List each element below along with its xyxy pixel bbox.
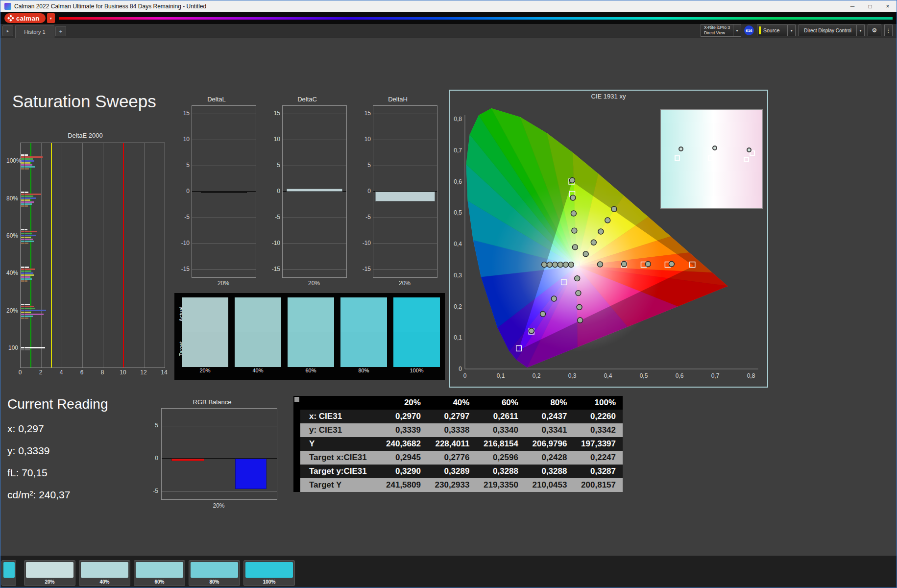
maximize-button[interactable]: □ — [861, 0, 879, 12]
deltae-x-tick: 0 — [14, 369, 26, 376]
measured-point — [645, 261, 651, 267]
bar — [24, 306, 34, 307]
patch-chip — [21, 205, 24, 207]
patch-chip — [21, 239, 24, 240]
gridline — [41, 143, 42, 368]
target-color — [235, 332, 281, 367]
thumbnail-20%[interactable]: 20% — [24, 560, 75, 586]
blue-bar — [235, 459, 267, 489]
measured-point — [570, 177, 575, 183]
deltae-bar — [21, 243, 165, 245]
reference-line — [51, 143, 52, 368]
thumbnail-80%[interactable]: 80% — [189, 560, 240, 586]
gridline — [192, 114, 256, 114]
gridline — [373, 244, 437, 244]
patch-chip — [21, 274, 24, 276]
gridline — [192, 218, 256, 218]
y-tick: -5 — [177, 214, 190, 220]
measured-point — [583, 251, 588, 257]
cell-value: 0,2437 — [525, 410, 574, 423]
table-gutter — [293, 396, 300, 492]
y-tick: 10 — [177, 136, 190, 143]
column-header: 80% — [525, 396, 574, 410]
cell-value: 0,2428 — [525, 451, 574, 465]
thumbnail-60%[interactable]: 60% — [134, 560, 185, 586]
thumb-swatch — [136, 562, 183, 578]
bar — [24, 269, 35, 270]
patch-chip — [21, 316, 24, 317]
measurement-table: 20%40%60%80%100%x: CIE310,29700,27970,26… — [293, 396, 623, 492]
patch-chip — [21, 166, 24, 168]
thumb-label: 100% — [244, 579, 294, 585]
source-dropdown[interactable]: Source ▾ — [757, 24, 796, 36]
bar — [24, 276, 30, 278]
measured-point — [551, 296, 557, 301]
add-tab-button[interactable]: + — [55, 26, 66, 36]
minimize-button[interactable]: ─ — [844, 0, 861, 12]
gridline — [373, 140, 437, 140]
cell-value: 241,5809 — [379, 478, 428, 492]
patch-chip — [21, 276, 24, 278]
tab-history-1[interactable]: History 1 — [15, 25, 54, 38]
bar — [24, 310, 46, 311]
measured-point — [576, 291, 581, 296]
chevron-down-icon[interactable]: ▾ — [787, 25, 795, 36]
close-button[interactable]: × — [879, 0, 897, 12]
y-tick: -15 — [177, 266, 190, 272]
measured-point — [529, 328, 534, 334]
status-badge: 616 — [744, 25, 754, 35]
gridline — [192, 140, 256, 140]
reading-line: fL: 70,15 — [7, 467, 145, 479]
display-control-dropdown[interactable]: Direct Display Control ▾ — [799, 24, 865, 36]
panel-toggle-button[interactable]: ▸ — [2, 25, 13, 36]
cie-1931-chart: 00,10,20,30,40,50,60,70,800,10,20,30,40,… — [449, 90, 768, 388]
cell-value: 0,3289 — [428, 465, 477, 478]
deltae-row-label: 20% — [6, 307, 18, 314]
app-window: Calman 2022 Calman Ultimate for Business… — [0, 0, 897, 588]
bar — [24, 231, 37, 232]
thumbnail-100%[interactable]: 100% — [243, 560, 295, 586]
bar — [24, 318, 28, 319]
table-row: Target x:CIE310,29450,27760,25960,24280,… — [300, 451, 623, 465]
current-reading: Current Reading x: 0,297y: 0,3339fL: 70,… — [7, 396, 145, 511]
deltae-2000-chart: DeltaE 2000 100%80%60%40%20%100024681012… — [6, 132, 164, 382]
y-tick: -15 — [358, 266, 371, 272]
y-tick: -5 — [358, 214, 371, 220]
chart-title: DeltaL — [177, 96, 256, 103]
inset-target-point — [744, 157, 749, 162]
column-header: 40% — [428, 396, 477, 410]
measured-point — [577, 304, 582, 310]
thumb-label: 40% — [79, 579, 130, 585]
gridline — [103, 143, 103, 368]
swatch-label: 80% — [340, 368, 387, 373]
more-options-button[interactable]: ⋮ — [884, 24, 893, 36]
row-label: Target x:CIE31 — [300, 451, 379, 465]
chart-title: DeltaE 2000 — [6, 132, 164, 139]
chart-title: CIE 1931 xy — [450, 93, 767, 100]
bar — [24, 312, 31, 313]
thumbnail-40%[interactable]: 40% — [79, 560, 130, 586]
svg-text:0,6: 0,6 — [676, 372, 684, 379]
column-header: 100% — [574, 396, 623, 410]
chevron-down-icon[interactable]: ▾ — [856, 25, 864, 36]
column-header: 60% — [476, 396, 525, 410]
chevron-down-icon[interactable]: ▾ — [733, 24, 741, 36]
deltae-bar-group — [21, 229, 165, 245]
meter-dropdown[interactable]: X-Rite i1Pro 3 Direct View ▾ — [701, 24, 741, 37]
cell-value: 210,0453 — [525, 478, 574, 492]
x-label: 20% — [373, 280, 436, 287]
gridline — [82, 143, 83, 368]
bar — [24, 233, 32, 234]
thumbnail-partial[interactable] — [1, 560, 16, 586]
row-label: Target y:CIE31 — [300, 465, 379, 478]
svg-text:0,1: 0,1 — [454, 334, 462, 341]
y-tick: 15 — [177, 110, 190, 117]
thumb-swatch — [26, 562, 73, 578]
logo-menu-button[interactable]: ▾ — [47, 13, 55, 23]
cie-inset-zoom — [660, 109, 763, 209]
inset-target-point — [708, 155, 713, 161]
calman-logo[interactable]: calman — [4, 13, 46, 23]
reading-line: y: 0,3339 — [7, 445, 145, 457]
rgb-plot-area — [161, 408, 277, 500]
gear-icon[interactable]: ⚙ — [868, 24, 881, 36]
